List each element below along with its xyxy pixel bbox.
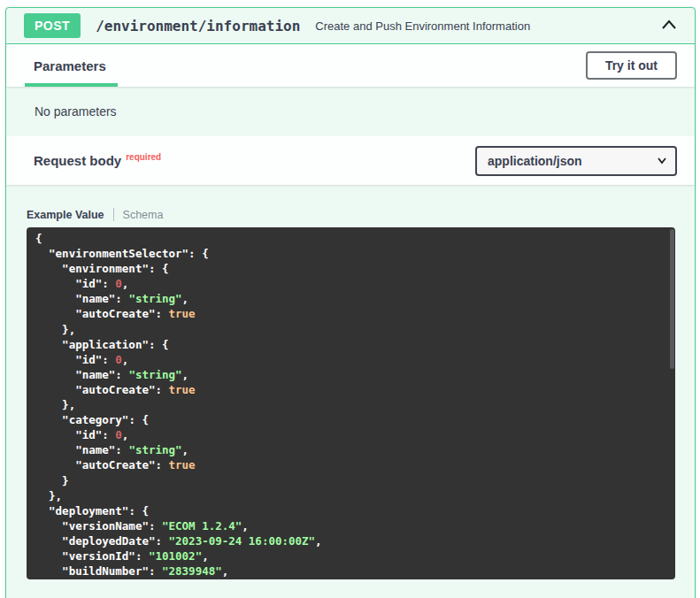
endpoint-description: Create and Push Environment Information — [315, 19, 530, 33]
code-line: { — [35, 231, 663, 246]
post-endpoint-panel: POST /environment/information Create and… — [5, 7, 696, 598]
try-it-out-button[interactable]: Try it out — [586, 51, 677, 80]
http-method-badge: POST — [24, 13, 81, 38]
model-example-tabs: Example Value Schema — [27, 208, 675, 221]
required-flag: required — [126, 152, 161, 162]
tab-example-value[interactable]: Example Value — [27, 209, 104, 221]
request-body-section-header: Request bodyrequired application/json — [6, 136, 695, 185]
code-line: "id": 0, — [35, 276, 663, 291]
code-line: "versionId": "101002", — [35, 548, 663, 564]
tab-divider — [113, 208, 114, 221]
tab-parameters[interactable]: Parameters — [25, 44, 118, 87]
code-line: }, — [35, 488, 663, 503]
code-line: "autoCreate": true — [35, 382, 663, 397]
example-code-block[interactable]: { "environmentSelector": { "environment"… — [27, 227, 675, 579]
code-line: "deployedDate": "2023-09-24 16:00:00Z", — [35, 533, 663, 548]
tab-schema[interactable]: Schema — [123, 209, 164, 221]
parameters-title: Parameters — [34, 58, 106, 73]
endpoint-path: /environment/information — [96, 18, 300, 34]
code-line: "buildNumber": "2839948", — [35, 564, 663, 579]
code-line: "versionName": "ECOM 1.2.4", — [35, 518, 663, 533]
code-line: }, — [35, 397, 663, 412]
code-line: "name": "string", — [35, 367, 663, 382]
code-line: "environment": { — [35, 261, 663, 276]
media-type-select-wrap: application/json — [475, 146, 677, 176]
code-line: "autoCreate": true — [35, 457, 663, 472]
code-line: "category": { — [35, 412, 663, 427]
code-line: "autoCreate": true — [35, 306, 663, 321]
media-type-select[interactable]: application/json — [475, 146, 677, 176]
request-body-content: Example Value Schema { "environmentSelec… — [6, 185, 695, 598]
no-parameters-message: No parameters — [6, 87, 695, 136]
code-line: "name": "string", — [35, 442, 663, 457]
code-line: } — [35, 473, 663, 488]
code-line: "deployment": { — [35, 503, 663, 518]
endpoint-summary[interactable]: POST /environment/information Create and… — [6, 8, 695, 44]
code-line: }, — [35, 322, 663, 337]
chevron-up-icon — [659, 16, 679, 36]
code-line: "id": 0, — [35, 352, 663, 367]
request-body-title-group: Request bodyrequired — [34, 153, 161, 169]
code-line: "id": 0, — [35, 427, 663, 442]
collapse-button[interactable] — [659, 16, 679, 36]
code-line: "environmentSelector": { — [35, 246, 663, 261]
code-scrollbar-thumb[interactable] — [670, 229, 674, 369]
code-line: "application": { — [35, 337, 663, 352]
parameters-section-header: Parameters Try it out — [6, 44, 695, 87]
code-line: "name": "string", — [35, 291, 663, 306]
request-body-title: Request body — [34, 153, 121, 168]
